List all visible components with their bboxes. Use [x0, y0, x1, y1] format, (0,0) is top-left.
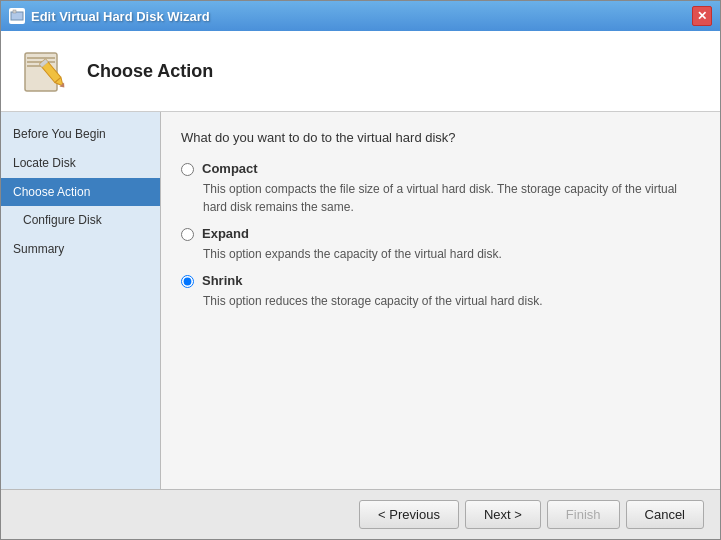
title-bar-left: Edit Virtual Hard Disk Wizard	[9, 8, 210, 24]
shrink-label[interactable]: Shrink	[202, 273, 242, 288]
expand-radio[interactable]	[181, 228, 194, 241]
footer: < Previous Next > Finish Cancel	[1, 489, 720, 539]
sidebar-item-locate-disk[interactable]: Locate Disk	[1, 149, 160, 178]
option-compact: Compact This option compacts the file si…	[181, 161, 700, 216]
sidebar-item-configure-disk[interactable]: Configure Disk	[1, 206, 160, 235]
title-bar-text: Edit Virtual Hard Disk Wizard	[31, 9, 210, 24]
compact-label[interactable]: Compact	[202, 161, 258, 176]
sidebar-item-choose-action[interactable]: Choose Action	[1, 178, 160, 207]
close-button[interactable]: ✕	[692, 6, 712, 26]
expand-label[interactable]: Expand	[202, 226, 249, 241]
shrink-description: This option reduces the storage capacity…	[203, 292, 700, 310]
option-expand-row: Expand	[181, 226, 700, 241]
option-compact-row: Compact	[181, 161, 700, 176]
title-bar: Edit Virtual Hard Disk Wizard ✕	[1, 1, 720, 31]
finish-button[interactable]: Finish	[547, 500, 620, 529]
wizard-header: Choose Action	[1, 31, 720, 112]
svg-rect-3	[27, 57, 55, 59]
sidebar-item-summary[interactable]: Summary	[1, 235, 160, 264]
shrink-radio[interactable]	[181, 275, 194, 288]
app-icon	[9, 8, 25, 24]
compact-radio[interactable]	[181, 163, 194, 176]
cancel-button[interactable]: Cancel	[626, 500, 704, 529]
wizard-window: Edit Virtual Hard Disk Wizard ✕	[0, 0, 721, 540]
option-shrink: Shrink This option reduces the storage c…	[181, 273, 700, 310]
expand-description: This option expands the capacity of the …	[203, 245, 700, 263]
next-button[interactable]: Next >	[465, 500, 541, 529]
question-text: What do you want to do to the virtual ha…	[181, 130, 700, 145]
compact-description: This option compacts the file size of a …	[203, 180, 700, 216]
header-title: Choose Action	[87, 61, 213, 82]
option-shrink-row: Shrink	[181, 273, 700, 288]
option-expand: Expand This option expands the capacity …	[181, 226, 700, 263]
previous-button[interactable]: < Previous	[359, 500, 459, 529]
main-content: What do you want to do to the virtual ha…	[161, 112, 720, 489]
sidebar: Before You Begin Locate Disk Choose Acti…	[1, 112, 161, 489]
header-icon	[17, 43, 73, 99]
sidebar-item-before-you-begin[interactable]: Before You Begin	[1, 120, 160, 149]
content-area: Before You Begin Locate Disk Choose Acti…	[1, 112, 720, 489]
svg-rect-1	[13, 10, 16, 13]
